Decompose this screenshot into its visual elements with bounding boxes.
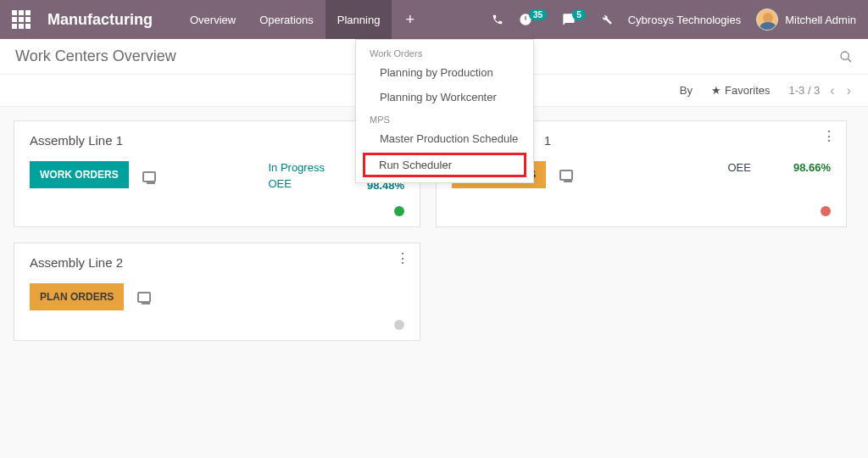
- pager-text: 1-3 / 3: [788, 84, 820, 97]
- activity-badge: 35: [529, 9, 547, 20]
- user-name: Mitchell Admin: [785, 14, 856, 26]
- status-dot: [394, 206, 404, 216]
- activity-icon[interactable]: 35: [519, 13, 547, 26]
- card-menu-icon[interactable]: ⋮: [396, 255, 409, 262]
- search-icon[interactable]: [839, 50, 853, 64]
- dropdown-section-workorders: Work Orders: [356, 43, 533, 60]
- dropdown-item-run-scheduler[interactable]: Run Scheduler: [363, 153, 526, 177]
- nav-overview[interactable]: Overview: [178, 0, 248, 39]
- monitor-icon[interactable]: [559, 170, 573, 181]
- star-icon: ★: [711, 84, 721, 97]
- status-label: In Progress: [268, 161, 324, 174]
- dropdown-item-planning-production[interactable]: Planning by Production: [356, 60, 533, 85]
- work-orders-button[interactable]: WORK ORDERS: [30, 161, 129, 188]
- apps-icon[interactable]: [12, 10, 31, 29]
- oee-label: OEE: [727, 161, 750, 174]
- svg-point-0: [841, 52, 849, 59]
- workcenter-card: Assembly Line 2 ⋮ PLAN ORDERS: [14, 243, 420, 341]
- user-menu[interactable]: Mitchell Admin: [756, 8, 856, 31]
- svg-line-1: [848, 59, 851, 62]
- status-dot: [394, 320, 404, 330]
- card-menu-icon[interactable]: ⋮: [822, 133, 836, 140]
- brand-title: Manufacturing: [47, 11, 153, 29]
- oee-label: OEE: [268, 177, 324, 190]
- monitor-icon[interactable]: [142, 171, 156, 182]
- favorites-menu[interactable]: ★ Favorites: [711, 84, 770, 97]
- card-title: Assembly Line 1: [30, 133, 404, 148]
- nav-planning[interactable]: Planning: [326, 0, 392, 39]
- pager-prev-icon[interactable]: ‹: [828, 83, 836, 98]
- dropdown-section-mps: MPS: [356, 109, 533, 126]
- planning-dropdown: Work Orders Planning by Production Plann…: [355, 39, 534, 183]
- monitor-icon[interactable]: [137, 292, 151, 303]
- status-dot: [821, 206, 831, 216]
- avatar-icon: [756, 8, 778, 31]
- messages-badge: 5: [572, 9, 586, 20]
- tools-icon[interactable]: [601, 14, 613, 25]
- company-name[interactable]: Cybrosys Technologies: [628, 14, 741, 26]
- dropdown-item-master-schedule[interactable]: Master Production Schedule: [356, 126, 533, 151]
- phone-icon[interactable]: [492, 14, 504, 25]
- nav-operations[interactable]: Operations: [248, 0, 326, 39]
- top-navbar: Manufacturing Overview Operations Planni…: [0, 0, 868, 39]
- plan-orders-button[interactable]: PLAN ORDERS: [30, 283, 124, 310]
- nav-add-icon[interactable]: +: [392, 11, 428, 29]
- oee-value: 98.66%: [793, 161, 831, 174]
- pager: 1-3 / 3 ‹ ›: [788, 83, 853, 98]
- card-title: Assembly Line 2: [30, 255, 404, 270]
- pager-next-icon[interactable]: ›: [845, 83, 853, 98]
- group-by-menu[interactable]: By: [680, 84, 693, 97]
- messages-icon[interactable]: 5: [562, 13, 586, 26]
- dropdown-item-planning-workcenter[interactable]: Planning by Workcenter: [356, 85, 533, 109]
